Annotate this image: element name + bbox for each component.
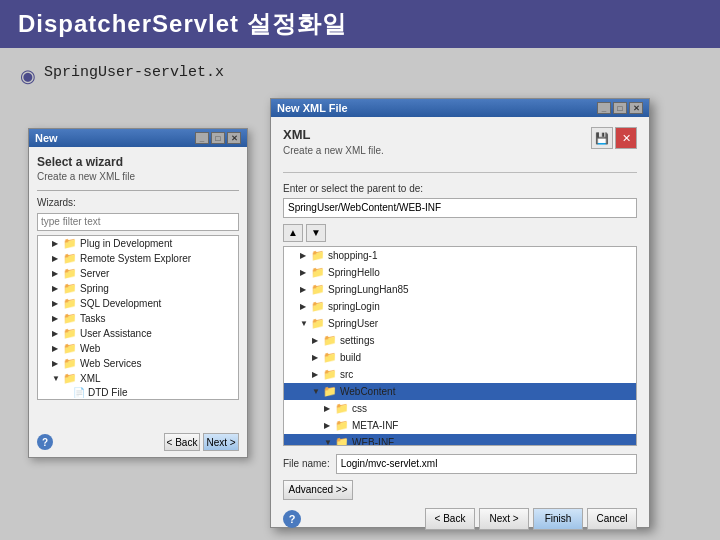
xml-next-button[interactable]: Next > <box>479 508 529 530</box>
new-wizard-btn-row: < Back Next > <box>164 433 239 451</box>
folder-icon: 📁 <box>311 249 325 262</box>
next-button[interactable]: Next > <box>203 433 239 451</box>
xml-tree-springlunghan[interactable]: ▶ 📁 SpringLungHan85 <box>284 281 636 298</box>
folder-icon: 📁 <box>311 300 325 313</box>
expand-icon: ▶ <box>52 299 60 308</box>
xml-tree-src[interactable]: ▶ 📁 src <box>284 366 636 383</box>
tree-item-sql[interactable]: ▶ 📁 SQL Development <box>38 296 238 311</box>
tree-item-label: Remote System Explorer <box>80 253 191 264</box>
expand-icon: ▶ <box>300 285 308 294</box>
advanced-button[interactable]: Advanced >> <box>283 480 353 500</box>
minimize-button[interactable]: _ <box>195 132 209 144</box>
xml-help-icon[interactable]: ? <box>283 510 301 528</box>
tree-item-label: DTD File <box>88 387 127 398</box>
back-button[interactable]: < Back <box>164 433 200 451</box>
folder-icon: 📁 <box>311 317 325 330</box>
expand-icon: ▶ <box>312 370 320 379</box>
xml-titlebar-buttons: _ □ ✕ <box>597 102 643 114</box>
folder-icon: 📁 <box>63 237 77 250</box>
tree-item-label: SQL Development <box>80 298 161 309</box>
xml-minimize-button[interactable]: _ <box>597 102 611 114</box>
filename-input[interactable] <box>336 454 637 474</box>
xml-nav-row: ▲ ▼ <box>283 224 637 242</box>
xml-top-icons: 💾 ✕ <box>591 127 637 164</box>
wizards-label: Wizards: <box>37 197 239 208</box>
xml-tree-springhello[interactable]: ▶ 📁 SpringHello <box>284 264 636 281</box>
tree-item-label: Spring <box>80 283 109 294</box>
xml-back-button[interactable]: < Back <box>425 508 475 530</box>
xml-tree-build[interactable]: ▶ 📁 build <box>284 349 636 366</box>
tree-item-webservices[interactable]: ▶ 📁 Web Services <box>38 356 238 371</box>
parent-label: Enter or select the parent to de: <box>283 183 637 194</box>
expand-icon: ▶ <box>300 251 308 260</box>
expand-icon: ▼ <box>300 319 308 328</box>
new-wizard-title: New <box>35 132 58 144</box>
new-wizard-section-title: Select a wizard <box>37 155 239 169</box>
wizard-tree[interactable]: ▶ 📁 Plug in Development ▶ 📁 Remote Syste… <box>37 235 239 400</box>
tree-item-label: Plug in Development <box>80 238 172 249</box>
xml-dialog-body: XML Create a new XML file. 💾 ✕ Enter or … <box>271 117 649 540</box>
xml-close-button[interactable]: ✕ <box>629 102 643 114</box>
xml-tree-css[interactable]: ▶ 📁 css <box>284 400 636 417</box>
expand-icon: ▼ <box>324 438 332 446</box>
tree-item-dtd[interactable]: 📄 DTD File <box>38 386 238 399</box>
tree-item-xmlfile[interactable]: 📄 XML File <box>38 399 238 400</box>
tree-item-label: css <box>352 403 367 414</box>
xml-tree-springuser[interactable]: ▼ 📁 SpringUser <box>284 315 636 332</box>
tree-item-web[interactable]: ▶ 📁 Web <box>38 341 238 356</box>
xml-finish-button[interactable]: Finish <box>533 508 583 530</box>
xml-title-area: XML Create a new XML file. <box>283 127 581 164</box>
tree-item-plugin[interactable]: ▶ 📁 Plug in Development <box>38 236 238 251</box>
xml-btn-row: < Back Next > Finish Cancel <box>425 508 637 530</box>
tree-item-label: META-INF <box>352 420 398 431</box>
expand-icon: ▶ <box>300 302 308 311</box>
folder-icon: 📁 <box>63 342 77 355</box>
titlebar-buttons: _ □ ✕ <box>195 132 241 144</box>
tree-item-label: SpringHello <box>328 267 380 278</box>
xml-tree-webcontent[interactable]: ▼ 📁 WebContent <box>284 383 636 400</box>
folder-icon: 📁 <box>63 312 77 325</box>
folder-icon: 📁 <box>63 357 77 370</box>
folder-icon: 📁 <box>323 368 337 381</box>
save-icon-button[interactable]: 💾 <box>591 127 613 149</box>
parent-path-input[interactable] <box>283 198 637 218</box>
nav-up-button[interactable]: ▲ <box>283 224 303 242</box>
xml-tree-webinf[interactable]: ▼ 📁 WEB-INF <box>284 434 636 446</box>
tree-item-spring[interactable]: ▶ 📁 Spring <box>38 281 238 296</box>
filter-input[interactable] <box>37 213 239 231</box>
folder-icon: 📁 <box>63 282 77 295</box>
xml-tree-settings[interactable]: ▶ 📁 settings <box>284 332 636 349</box>
folder-icon: 📁 <box>63 297 77 310</box>
close-button[interactable]: ✕ <box>227 132 241 144</box>
nav-down-button[interactable]: ▼ <box>306 224 326 242</box>
xml-bottom-buttons: ? < Back Next > Finish Cancel <box>283 508 637 530</box>
maximize-button[interactable]: □ <box>211 132 225 144</box>
tree-item-rse[interactable]: ▶ 📁 Remote System Explorer <box>38 251 238 266</box>
xml-close-icon-button[interactable]: ✕ <box>615 127 637 149</box>
tree-item-tasks[interactable]: ▶ 📁 Tasks <box>38 311 238 326</box>
folder-icon: 📁 <box>63 372 77 385</box>
tree-item-label: Tasks <box>80 313 106 324</box>
help-icon[interactable]: ? <box>37 434 53 450</box>
xml-tree-springlogin[interactable]: ▶ 📁 springLogin <box>284 298 636 315</box>
tree-item-ua[interactable]: ▶ 📁 User Assistance <box>38 326 238 341</box>
tree-item-label: springLogin <box>328 301 380 312</box>
xml-maximize-button[interactable]: □ <box>613 102 627 114</box>
xml-tree-metainf[interactable]: ▶ 📁 META-INF <box>284 417 636 434</box>
new-wizard-subtitle: Create a new XML file <box>37 171 239 182</box>
xml-tree[interactable]: ▶ 📁 shopping-1 ▶ 📁 SpringHello ▶ 📁 Sprin… <box>283 246 637 446</box>
tree-item-label: XML <box>80 373 101 384</box>
xml-tree-shopping[interactable]: ▶ 📁 shopping-1 <box>284 247 636 264</box>
xml-cancel-button[interactable]: Cancel <box>587 508 637 530</box>
folder-icon: 📁 <box>323 334 337 347</box>
new-wizard-titlebar: New _ □ ✕ <box>29 129 247 147</box>
tree-item-label: User Assistance <box>80 328 152 339</box>
folder-icon: 📁 <box>63 252 77 265</box>
tree-item-xml[interactable]: ▼ 📁 XML <box>38 371 238 386</box>
expand-icon: ▼ <box>52 374 60 383</box>
bullet-text: SpringUser-servlet.x <box>44 64 224 81</box>
folder-icon: 📁 <box>311 266 325 279</box>
tree-item-server[interactable]: ▶ 📁 Server <box>38 266 238 281</box>
expand-icon: ▶ <box>312 336 320 345</box>
tree-item-label: Server <box>80 268 109 279</box>
